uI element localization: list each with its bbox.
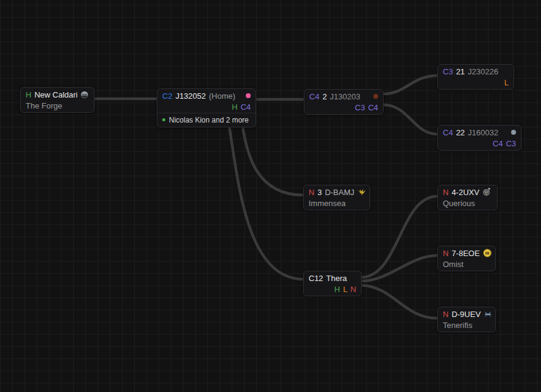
monkey-alliance-icon	[482, 188, 491, 196]
system-name: Thera	[326, 274, 347, 283]
eagle-alliance-icon	[357, 188, 366, 196]
edge-j132052-dbamj[interactable]	[242, 123, 303, 195]
region-name: Tenerifis	[443, 321, 472, 330]
system-node-j230226[interactable]: C3 21 J230226 L	[437, 64, 514, 90]
static-label: C3	[355, 103, 365, 112]
wh-class-label: C4	[309, 92, 320, 101]
edge-thera-42uxv[interactable]	[362, 196, 437, 277]
static-label: L	[343, 285, 347, 294]
pilots-bar[interactable]: Nicolas Kion and 2 more	[157, 113, 256, 126]
system-node-j130203[interactable]: C4 2 J130203 C3 C4	[304, 89, 384, 115]
static-label: C3	[506, 139, 516, 148]
system-node-d-bamj[interactable]: N 3 D-BAMJ Immensea	[303, 185, 370, 210]
security-label: H	[26, 90, 31, 99]
pilots-label: Nicolas Kion and 2 more	[169, 116, 249, 124]
static-label: C4	[368, 103, 378, 112]
edge-j132052-thera[interactable]	[229, 123, 303, 279]
system-name: New Caldari	[34, 90, 77, 99]
static-label: L	[504, 78, 509, 87]
system-node-d-9uev[interactable]: N D-9UEV Tenerifis	[437, 307, 496, 332]
edge-j130203-j230226[interactable]	[384, 76, 437, 94]
edge-j130203-j160032[interactable]	[384, 105, 437, 134]
system-name: J132052	[176, 91, 206, 101]
security-label: N	[443, 249, 448, 258]
system-name: J160032	[468, 128, 498, 137]
edge-thera-78eoe[interactable]	[362, 255, 437, 281]
security-label: N	[443, 310, 448, 319]
security-label: N	[309, 188, 314, 197]
pilot-count: 3	[317, 188, 321, 197]
wh-class-label: C2	[162, 91, 173, 101]
static-label: H	[334, 285, 340, 294]
system-name: D-9UEV	[451, 310, 481, 319]
wh-class-label: C3	[443, 67, 453, 76]
system-name: J230226	[468, 67, 498, 76]
status-dot[interactable]	[246, 93, 251, 98]
cross-alliance-icon	[484, 310, 492, 318]
region-name: Immensea	[309, 199, 346, 208]
pilot-online-dot	[162, 118, 165, 121]
system-name: D-BAMJ	[325, 188, 354, 197]
system-node-4-2uxv[interactable]: N 4-2UXV Querious	[437, 185, 498, 210]
static-label: H	[232, 102, 237, 112]
region-name: The Forge	[26, 101, 62, 110]
system-node-j160032[interactable]: C4 22 J160032 C4 C3	[437, 125, 521, 151]
status-dot[interactable]	[373, 94, 378, 99]
system-node-thera[interactable]: C12 Thera H L N	[303, 271, 362, 296]
wormhole-map-canvas[interactable]: H New Caldari The Forge C2 J132052 (Home…	[0, 0, 541, 392]
wh-class-label: C4	[443, 128, 453, 137]
status-dot[interactable]	[511, 130, 516, 135]
caldari-faction-icon	[81, 91, 88, 99]
system-node-new-caldari[interactable]: H New Caldari The Forge	[20, 87, 95, 113]
fist-alliance-icon	[483, 249, 492, 257]
static-label: N	[351, 285, 356, 294]
system-name: J130203	[330, 92, 360, 101]
region-name: Querious	[443, 199, 475, 208]
system-node-j132052[interactable]: C2 J132052 (Home) H C4 Nicolas Kion and …	[157, 88, 256, 127]
static-label: C4	[240, 102, 251, 112]
system-name: 7-8EOE	[451, 249, 479, 258]
edge-thera-d9uev[interactable]	[362, 285, 437, 318]
wh-class-label: C12	[309, 274, 323, 283]
region-name: Omist	[443, 260, 464, 269]
security-label: N	[443, 188, 448, 197]
pilot-count: 22	[456, 128, 465, 137]
pilot-count: 2	[323, 92, 327, 101]
pilot-count: 21	[456, 67, 465, 76]
system-node-7-8eoe[interactable]: N 7-8EOE Omist	[437, 246, 496, 271]
system-name: 4-2UXV	[451, 188, 479, 197]
static-label: C4	[493, 139, 503, 148]
home-suffix: (Home)	[209, 91, 235, 101]
